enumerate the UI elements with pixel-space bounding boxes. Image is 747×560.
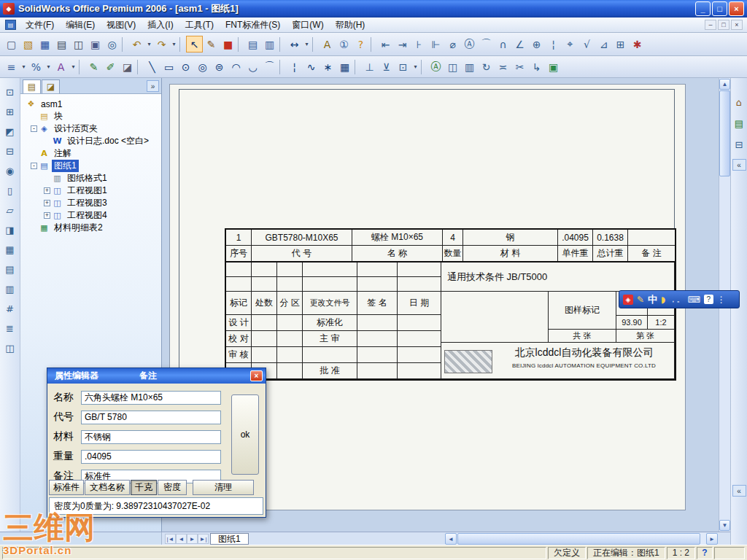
scroll-right-icon[interactable]: ►	[706, 533, 718, 545]
close-button[interactable]: ×	[729, 1, 744, 16]
dialog-close-icon[interactable]: ×	[250, 370, 263, 381]
alternate-position-icon[interactable]: ◨	[2, 222, 18, 238]
ime-logo-icon[interactable]: ◈	[623, 295, 633, 305]
offset-entities-icon[interactable]: ≍	[495, 58, 511, 75]
trim-entities-icon[interactable]: ✂	[511, 58, 528, 75]
datum-feature-icon[interactable]: Ⓐ	[461, 36, 478, 52]
ellipse-tool-icon[interactable]: ⊜	[211, 58, 228, 75]
featuremanager-tab[interactable]: ▤	[23, 79, 41, 93]
line-tool-icon[interactable]: ╲	[144, 58, 160, 75]
tree-item-design-journal[interactable]: W 设计日志.doc <空白>	[22, 135, 160, 147]
eraser-icon[interactable]: ◪	[119, 58, 136, 75]
make-block-icon[interactable]: ▣	[545, 58, 562, 75]
view-orientation-icon[interactable]: ▤	[244, 36, 261, 52]
restore-button[interactable]: □	[712, 1, 727, 16]
tree-item-sheet1[interactable]: - ▤ 图纸1	[22, 160, 160, 172]
zoom-menu-icon[interactable]: ▾	[44, 58, 53, 75]
perpendicular-relation-icon[interactable]: ⊥	[361, 58, 378, 75]
tree-item-blocks[interactable]: ▤ 块	[22, 110, 160, 122]
edit-color-icon[interactable]: ■	[220, 36, 236, 52]
tree-item-asm1[interactable]: ❖ asm1	[22, 98, 160, 110]
font-menu-icon[interactable]: ▾	[69, 58, 77, 75]
centerline-mark-icon[interactable]: ¦	[545, 36, 562, 52]
display-style-icon[interactable]: ▥	[261, 36, 278, 52]
scroll-down-icon[interactable]: ▼	[719, 520, 730, 531]
vertical-scroll-thumb[interactable]	[719, 90, 730, 176]
hole-callout-icon[interactable]: ⌖	[562, 36, 578, 52]
weld-symbol-icon[interactable]: ⊿	[595, 36, 612, 52]
center-mark-icon[interactable]: ⊕	[528, 36, 545, 52]
radius-dimension-icon[interactable]: ∩	[495, 36, 511, 52]
ok-button[interactable]: ok	[231, 394, 259, 475]
ime-grip-icon[interactable]: ⋮	[717, 295, 726, 305]
ime-keyboard-icon[interactable]: ⌨	[687, 295, 700, 305]
balloon-icon[interactable]: ①	[336, 36, 352, 52]
menu-item-view[interactable]: 视图(V)	[101, 18, 142, 33]
menu-item-file[interactable]: 文件(F)	[20, 18, 60, 33]
design-library-icon[interactable]: ▤	[732, 117, 746, 130]
tree-item-annotations[interactable]: A 注解	[22, 147, 160, 160]
surface-finish-icon[interactable]: √	[578, 36, 595, 52]
menu-item-insert[interactable]: 插入(I)	[142, 18, 179, 33]
sketch-icon[interactable]: ✎	[203, 36, 220, 52]
density-button[interactable]: 密度	[158, 480, 187, 495]
expander-icon[interactable]: +	[44, 212, 50, 219]
cleanup-button[interactable]: 清理	[193, 480, 254, 495]
file-explorer-icon[interactable]: ⊟	[732, 138, 746, 151]
expander-icon[interactable]: +	[44, 187, 50, 194]
material-field[interactable]	[81, 430, 221, 444]
section-view-icon[interactable]: ⊟	[2, 143, 18, 159]
expander-icon[interactable]: +	[44, 200, 50, 206]
collapse-taskpane-bottom-icon[interactable]: «	[732, 485, 746, 497]
tree-item-drawing-view3[interactable]: + ◫ 工程视图3	[22, 197, 160, 209]
arc-tool-icon[interactable]: ◠	[228, 58, 244, 75]
dim-horizontal-icon[interactable]: ⇤	[377, 36, 394, 52]
diameter-dimension-icon[interactable]: ⌀	[444, 36, 461, 52]
ime-toolbar[interactable]: ◈ ✎ 中 ◗ ，。 ⌨ ? ⋮	[619, 290, 740, 308]
collapse-panel-button[interactable]: »	[147, 80, 159, 92]
auxiliary-view-icon[interactable]: ◩	[2, 123, 18, 139]
ime-fullwidth-icon[interactable]: ◗	[661, 295, 665, 305]
scroll-left-icon[interactable]: ◄	[445, 533, 457, 545]
menu-item-edit[interactable]: 编辑(E)	[60, 18, 101, 33]
spline-tool-icon[interactable]: ∿	[303, 58, 320, 75]
propertymanager-tab[interactable]: ◪	[42, 79, 60, 93]
tree-item-drawing-view4[interactable]: + ◫ 工程视图4	[22, 209, 160, 222]
scroll-up-icon[interactable]: ▲	[719, 79, 730, 90]
crop-view-icon[interactable]: ▱	[2, 202, 18, 218]
last-sheet-icon[interactable]: ►|	[198, 534, 209, 544]
annotation-view-icon[interactable]: ◫	[2, 340, 18, 356]
status-help-icon[interactable]: ?	[697, 547, 713, 559]
copy-icon[interactable]: ▣	[87, 36, 104, 52]
annotation-font-icon[interactable]: A	[53, 58, 69, 75]
snaps-menu-icon[interactable]: ▾	[411, 58, 419, 75]
tree-item-sheet-format1[interactable]: ▥ 图纸格式1	[22, 172, 160, 184]
first-sheet-icon[interactable]: |◄	[165, 534, 176, 544]
expander-icon[interactable]: -	[31, 125, 37, 132]
open-document-icon[interactable]: ▧	[20, 36, 36, 52]
ime-help-icon[interactable]: ?	[704, 295, 713, 304]
model-view-icon[interactable]: ⊡	[2, 84, 18, 100]
hole-table-icon[interactable]: #	[2, 300, 18, 316]
rectangle-tool-icon[interactable]: ▭	[160, 58, 177, 75]
menu-item-fnt-standard[interactable]: FNT标准件(S)	[220, 18, 286, 33]
convert-entities-icon[interactable]: ↳	[528, 58, 545, 75]
hatch-tool-icon[interactable]: ▦	[336, 58, 353, 75]
expander-icon[interactable]: -	[31, 163, 37, 169]
broken-view-icon[interactable]: ▯	[2, 182, 18, 198]
bom-table-icon[interactable]: ▤	[2, 261, 18, 277]
layer-icon[interactable]: ≡	[3, 58, 20, 75]
standard-part-button[interactable]: 标准件	[49, 480, 84, 495]
quick-snaps-icon[interactable]: ⊡	[395, 58, 411, 75]
menu-item-help[interactable]: 帮助(H)	[330, 18, 371, 33]
ime-mode-indicator[interactable]: 中	[648, 293, 657, 306]
name-field[interactable]	[81, 391, 221, 405]
modify-sketch-icon[interactable]: ✐	[102, 58, 119, 75]
projected-view-icon[interactable]: ⊞	[2, 104, 18, 120]
save-icon[interactable]: ▦	[36, 36, 53, 52]
smart-dimension-icon[interactable]: ↔	[286, 36, 303, 52]
mdi-minimize-button[interactable]: –	[705, 20, 716, 30]
select-arrow-icon[interactable]: ↖	[186, 36, 203, 52]
dimension-menu-icon[interactable]: ▾	[303, 36, 311, 52]
arc-dimension-icon[interactable]: ⌒	[478, 36, 495, 52]
